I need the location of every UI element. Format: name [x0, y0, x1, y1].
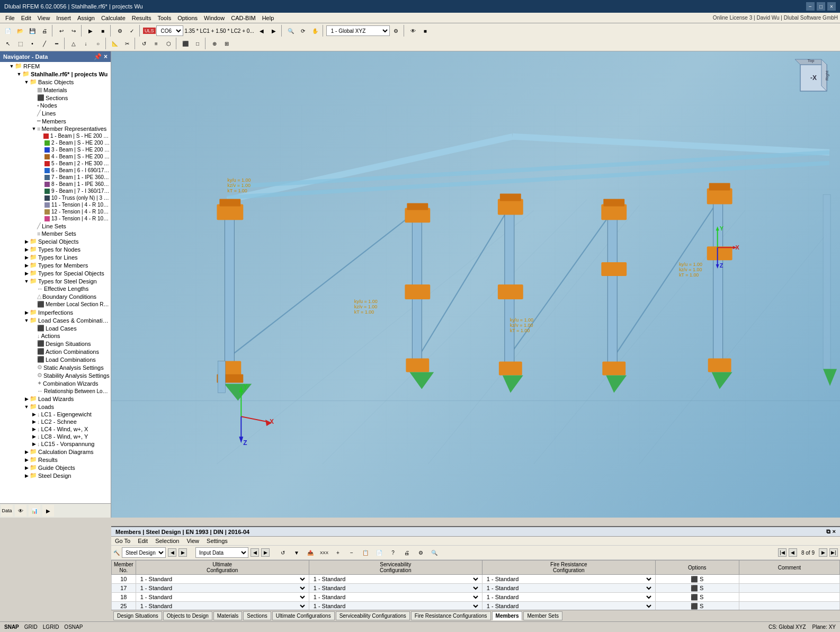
next-lc[interactable]: ▶: [268, 25, 280, 37]
new-btn[interactable]: 📄: [2, 25, 14, 37]
tree-stability-analysis[interactable]: ⚙ Stability Analysis Settings: [0, 371, 111, 379]
zoom-btn[interactable]: 🔍: [285, 25, 297, 37]
measure-btn[interactable]: 📐: [109, 38, 121, 49]
print-btn[interactable]: 🖨: [39, 25, 50, 37]
members-table-area[interactable]: MemberNo. UltimateConfiguration Servicea…: [111, 560, 840, 610]
tree-mr10[interactable]: 10 - Truss (only N) | 3 - CHS 76...: [0, 194, 111, 201]
lgrid-indicator[interactable]: LGRID: [43, 624, 59, 630]
prev-design-btn[interactable]: ◀: [168, 548, 176, 557]
tree-materials[interactable]: ▦ Materials: [0, 86, 111, 94]
load-btn[interactable]: ↓: [80, 38, 92, 49]
nav-data-btn[interactable]: Data: [1, 505, 13, 517]
menu-view[interactable]: View: [34, 14, 53, 22]
display-btn[interactable]: 👁: [407, 25, 419, 37]
open-btn[interactable]: 📂: [14, 25, 26, 37]
tree-mr2[interactable]: 2 - Beam | S - HE 200 A | L: 5.0...: [0, 139, 111, 146]
tree-mr7[interactable]: 7 - Beam | 1 - IPE 360 | L: 3.0...: [0, 174, 111, 181]
tree-load-wizards[interactable]: ▶ 📁 Load Wizards: [0, 395, 111, 403]
serviceability-17[interactable]: 1 - Standard: [309, 584, 482, 593]
mb-paste[interactable]: 📄: [373, 547, 385, 558]
co-dropdown[interactable]: CO6: [156, 25, 183, 36]
snap2[interactable]: ⊞: [221, 38, 233, 49]
nav-close-btn[interactable]: ×: [104, 53, 108, 60]
tree-lines[interactable]: ╱ Lines: [0, 109, 111, 117]
nav-tree[interactable]: ▼ 📁 RFEM ▼ 📁 Stahlhalle.rf6* | projects …: [0, 62, 111, 503]
fire-25[interactable]: 1 - Standard: [482, 602, 655, 610]
render-mode-btn[interactable]: ■: [419, 25, 431, 37]
tree-eff-lengths[interactable]: ↔ Effective Lengths: [0, 285, 111, 292]
tree-design-situations[interactable]: ⬛ Design Situations: [0, 340, 111, 348]
tree-sections[interactable]: ⬛ Sections: [0, 94, 111, 102]
view-dropdown[interactable]: 1 - Global XYZ: [326, 25, 390, 36]
fire-10[interactable]: 1 - Standard: [482, 575, 655, 584]
tree-lc1[interactable]: ▶ ↓ LC1 - Eigengewicht: [0, 411, 111, 418]
tree-mr4[interactable]: 4 - Beam | S - HE 200 A | L: 7.3...: [0, 153, 111, 160]
prev-lc[interactable]: ◀: [256, 25, 267, 37]
page-last[interactable]: ▶|: [829, 548, 838, 557]
table-row[interactable]: 17 1 - Standard 1 - Standard 1 - Standar…: [112, 584, 840, 593]
tree-lc2[interactable]: ▶ ↓ LC2 - Schnee: [0, 418, 111, 425]
tree-mr3[interactable]: 3 - Beam | S - HE 200 A | L: 7.1...: [0, 146, 111, 153]
undo-btn[interactable]: ↩: [56, 25, 67, 37]
member-btn[interactable]: ━: [51, 38, 62, 49]
tree-line-sets[interactable]: ╱ Line Sets: [0, 222, 111, 230]
calc-btn[interactable]: ⚙: [114, 25, 126, 37]
box-select-btn[interactable]: ⬚: [14, 38, 26, 49]
mb-search[interactable]: 🔍: [428, 547, 440, 558]
tree-rfem[interactable]: ▼ 📁 RFEM: [0, 62, 111, 70]
members-panel-controls[interactable]: ⧉ ×: [826, 528, 836, 535]
tab-member-sets[interactable]: Member Sets: [523, 611, 562, 620]
ultimate-18[interactable]: 1 - Standard: [136, 593, 309, 602]
tree-load-combinations[interactable]: ⬛ Load Combinations: [0, 355, 111, 363]
serviceability-25[interactable]: 1 - Standard: [309, 602, 482, 610]
page-prev[interactable]: ◀: [789, 548, 797, 557]
tree-lc15[interactable]: ▶ ↓ LC15 - Vorspannung: [0, 440, 111, 448]
members-menu-selection[interactable]: Selection: [154, 537, 181, 545]
titlebar-controls[interactable]: − □ ×: [806, 2, 836, 11]
tree-basic-objects[interactable]: ▼ 📁 Basic Objects: [0, 78, 111, 86]
tree-mr11[interactable]: 11 - Tension | 4 - R 10 | 8.6...: [0, 201, 111, 208]
tree-members[interactable]: ━ Members: [0, 117, 111, 125]
menu-file[interactable]: File: [2, 14, 18, 22]
steel-design-dropdown[interactable]: Steel Design: [122, 547, 166, 558]
tab-sections[interactable]: Sections: [243, 611, 271, 620]
tree-lc4[interactable]: ▶ ↓ LC4 - Wind, w+, X: [0, 425, 111, 433]
nav-header-controls[interactable]: 📌 ×: [94, 53, 108, 60]
next-input-btn[interactable]: ▶: [261, 548, 270, 557]
mb-help[interactable]: ?: [387, 547, 399, 558]
tree-static-analysis[interactable]: ⚙ Static Analysis Settings: [0, 363, 111, 371]
mb-xxx[interactable]: XXX: [318, 547, 330, 558]
mb-add[interactable]: +: [332, 547, 344, 558]
rotate-btn[interactable]: ⟳: [297, 25, 309, 37]
tree-lc8[interactable]: ▶ ↓ LC8 - Wind, w+, Y: [0, 433, 111, 440]
osnap-indicator[interactable]: OSNAP: [64, 624, 83, 630]
tree-member-sets[interactable]: ≡ Member Sets: [0, 230, 111, 237]
serviceability-10[interactable]: 1 - Standard: [309, 575, 482, 584]
tab-ultimate-configs[interactable]: Ultimate Configurations: [272, 611, 335, 620]
pan-btn[interactable]: ✋: [309, 25, 321, 37]
members-float-btn[interactable]: ⧉: [826, 528, 830, 535]
tree-types-nodes[interactable]: ▶ 📁 Types for Nodes: [0, 245, 111, 253]
tree-mr13[interactable]: 13 - Tension | 4 - R 10 | L: 7.0...: [0, 215, 111, 222]
tree-types-members[interactable]: ▶ 📁 Types for Members: [0, 261, 111, 269]
grid-indicator[interactable]: GRID: [24, 624, 38, 630]
members-menu-settings[interactable]: Settings: [205, 537, 229, 545]
mb-del[interactable]: −: [346, 547, 358, 558]
members-menu-edit[interactable]: Edit: [136, 537, 149, 545]
iso-btn[interactable]: ⬛: [180, 38, 191, 49]
mb-settings[interactable]: ⚙: [415, 547, 426, 558]
tree-member-local[interactable]: ⬛ Member Local Section Reduction...: [0, 300, 111, 308]
prev-input-btn[interactable]: ◀: [251, 548, 259, 557]
tree-mr9[interactable]: 9 - Beam | 7 - I 360/170/8/12/5...: [0, 188, 111, 194]
tree-mr12[interactable]: 12 - Tension | 4 - R 10 | 8.7...: [0, 208, 111, 215]
tree-combination-wizards[interactable]: ✦ Combination Wizards: [0, 379, 111, 387]
tab-serviceability-configs[interactable]: Serviceability Configurations: [336, 611, 410, 620]
view-settings-btn[interactable]: ⚙: [390, 25, 402, 37]
tree-types-lines[interactable]: ▶ 📁 Types for Lines: [0, 253, 111, 261]
maximize-button[interactable]: □: [817, 2, 825, 11]
ultimate-25[interactable]: 1 - Standard: [136, 602, 309, 610]
mb-export[interactable]: 📤: [305, 547, 316, 558]
mb-filter[interactable]: ▼: [291, 547, 302, 558]
mb-refresh[interactable]: ↺: [277, 547, 289, 558]
nav-right-btn[interactable]: ▶: [42, 505, 54, 517]
